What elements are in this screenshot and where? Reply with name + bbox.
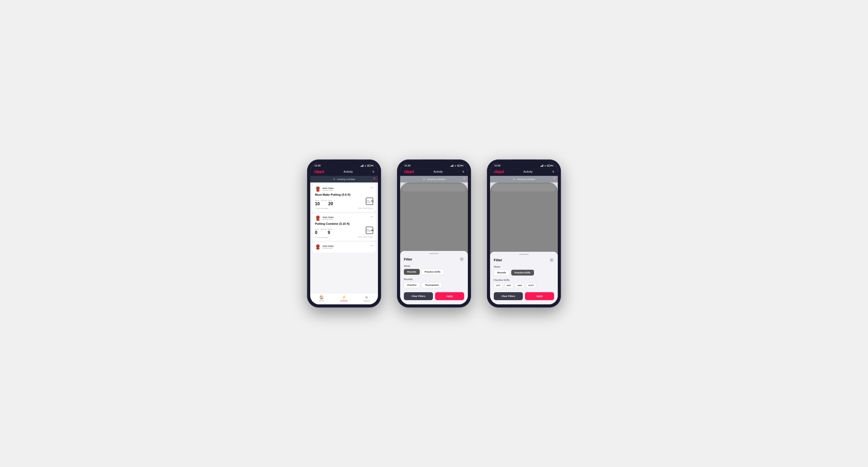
show-label-2: Show (404, 265, 464, 267)
sq-label-1: Shot Quality (366, 200, 371, 203)
wifi-icon-2: ▲ (454, 164, 456, 167)
notch-3 (512, 159, 536, 165)
sq-label-2: Shot Quality (366, 228, 371, 232)
filter-title-2: Filter (404, 257, 412, 261)
activity-card-1: Josh Coles 28 Feb 2023 ••• Must Make Put… (312, 184, 376, 212)
nav-capture-1[interactable]: ⊕ Capture (355, 295, 378, 302)
avatar-3 (315, 244, 321, 250)
battery-fill-1 (368, 165, 369, 166)
app-header-1: clippd Activity ≡ (310, 168, 378, 176)
putt-btn-3[interactable]: PUTT (526, 283, 536, 288)
time-3: 11:33 (494, 164, 500, 167)
status-icons-2: ▲ 51 (451, 164, 464, 167)
stats-row-1: Score 10 OUT OF Shots 20 Shot Quality 75 (315, 197, 373, 206)
filter-icon-1: ⚙ (333, 178, 335, 181)
signal-bar-3 (362, 165, 363, 167)
wifi-icon-3: ▲ (544, 164, 546, 167)
filter-icon-3: ⚙ (513, 178, 515, 181)
avatar-body-1 (316, 190, 319, 192)
status-icons-1: ▲ 51 (361, 164, 374, 167)
screen-3: 11:33 ▲ 51 clippd (490, 163, 558, 304)
header-title-2: Activity (433, 170, 443, 173)
sq-value-1: 75 (371, 200, 373, 203)
signal-bar-2 (361, 165, 362, 167)
menu-icon-3[interactable]: ≡ (552, 170, 554, 174)
data-source-2: Data: Clippd Capture (359, 236, 373, 239)
bottom-nav-1: 🏠 Home ⚡ Activities ⊕ Capture (310, 293, 378, 304)
logo-3: clippd (494, 169, 504, 174)
notch-2 (422, 159, 446, 165)
score-label-1: Score (315, 200, 320, 201)
user-info-3: Josh Coles 28 Feb 2023 (315, 244, 334, 250)
avatar-inner-1 (315, 186, 320, 192)
clear-filters-btn-3[interactable]: Clear Filters (494, 292, 523, 300)
clear-filters-btn-2[interactable]: Clear Filters (404, 292, 433, 300)
shots-value-2: 9 (328, 230, 330, 235)
filter-header-2: Filter ✕ (400, 254, 468, 263)
red-dot-2 (463, 178, 465, 179)
phone-3: 11:33 ▲ 51 clippd (487, 159, 561, 308)
practice-drills-btn-2[interactable]: Practice Drills (421, 269, 444, 275)
capture-icon-1: ⊕ (365, 295, 368, 299)
data-source-1: Data: Clippd Capture (359, 207, 373, 210)
rounds-section-2: Rounds Practice Tournament (400, 277, 468, 290)
card-header-1: Josh Coles 28 Feb 2023 ••• (315, 186, 373, 192)
app-header-3: clippd Activity ≡ (490, 168, 558, 176)
signal-bars-1 (361, 164, 363, 167)
filter-overlay-3: Filter ✕ Show Rounds Practice Drills Pra… (490, 183, 558, 304)
menu-icon-2[interactable]: ≡ (462, 170, 464, 174)
avatar-1 (315, 186, 321, 192)
practice-round-btn-2[interactable]: Practice (404, 282, 420, 288)
user-info-2: Josh Coles 28 Feb 2023 (315, 215, 334, 221)
filter-footer-2: Clear Filters Apply (400, 290, 468, 300)
close-btn-3[interactable]: ✕ (549, 257, 554, 262)
user-name-3: Josh Coles (322, 245, 334, 247)
viewing-bar-text-2: Viewing Activities (427, 178, 445, 181)
time-1: 11:33 (314, 164, 320, 167)
nav-home-label-1: Home (319, 300, 324, 302)
apply-btn-3[interactable]: Apply (525, 292, 554, 300)
rounds-btn-3[interactable]: Rounds (494, 270, 509, 276)
practice-drills-btn-3[interactable]: Practice Drills (511, 270, 534, 276)
activity-title-1: Must Make Putting (3-6 ft) (315, 193, 373, 196)
viewing-bar-text-1: Viewing Activities (337, 178, 355, 181)
score-group-1: Score 10 (315, 200, 320, 206)
user-date-3: 28 Feb 2023 (322, 247, 334, 249)
app-btn-3[interactable]: APP (504, 283, 513, 288)
more-dots-3[interactable]: ••• (370, 244, 373, 247)
header-title-3: Activity (523, 170, 533, 173)
user-details-2: Josh Coles 28 Feb 2023 (322, 216, 334, 220)
rounds-label-2: Rounds (404, 278, 464, 281)
more-dots-2[interactable]: ••• (370, 215, 373, 218)
avatar-2 (315, 215, 321, 221)
nav-home-1[interactable]: 🏠 Home (310, 295, 333, 302)
red-dot-1 (373, 178, 375, 179)
battery-icon-2 (457, 165, 461, 166)
filter-sheet-2: Filter ✕ Show Rounds Practice Drills Rou… (400, 251, 468, 304)
show-buttons-2: Rounds Practice Drills (404, 269, 464, 275)
app-header-2: clippd Activity ≡ (400, 168, 468, 176)
user-details-3: Josh Coles 28 Feb 2023 (322, 245, 334, 249)
info-icon-1: ⓘ (315, 207, 317, 210)
menu-icon-1[interactable]: ≡ (372, 170, 374, 174)
close-btn-2[interactable]: ✕ (459, 257, 464, 261)
signal-bar-1 (361, 166, 361, 167)
avatar-body-2 (316, 219, 319, 221)
nav-activities-1[interactable]: ⚡ Activities (333, 295, 355, 302)
battery-pct-2: 51 (462, 165, 464, 166)
filter-footer-3: Clear Filters Apply (490, 290, 558, 300)
ott-btn-3[interactable]: OTT (494, 283, 503, 288)
rounds-btn-2[interactable]: Rounds (404, 269, 420, 275)
phone-2: 11:33 ▲ 51 clippd (397, 159, 471, 308)
battery-icon-1 (367, 165, 371, 166)
arg-btn-3[interactable]: ARG (515, 283, 524, 288)
filter-icon-2: ⚙ (423, 178, 425, 181)
logo-2: clippd (404, 169, 414, 174)
viewing-bar-1[interactable]: ⚙ Viewing Activities (310, 176, 378, 183)
tournament-btn-2[interactable]: Tournament (422, 282, 442, 288)
apply-btn-2[interactable]: Apply (435, 292, 464, 300)
user-name-1: Josh Coles (322, 187, 334, 189)
phone-1: 11:33 ▲ 51 clippd (307, 159, 381, 308)
more-dots-1[interactable]: ••• (370, 186, 373, 189)
activity-card-3: Josh Coles 28 Feb 2023 ••• (312, 242, 376, 253)
